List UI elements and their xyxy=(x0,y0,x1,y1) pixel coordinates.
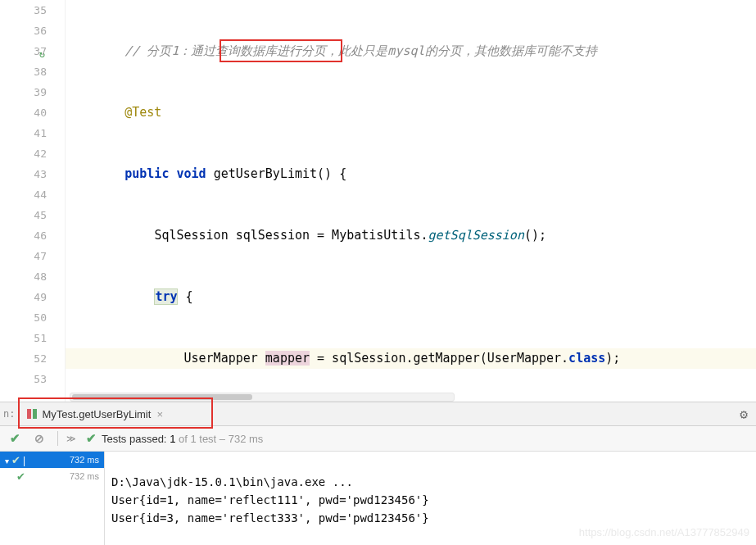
tests-label: Tests passed: xyxy=(102,433,167,445)
line-number: 36 xyxy=(34,25,47,37)
test-tree-root[interactable]: ▾✔| 732 ms xyxy=(0,452,104,468)
run-config-label: MyTest.getUserByLimit xyxy=(42,408,151,420)
line-number: 53 xyxy=(34,373,47,385)
chevron-down-icon: ▾ xyxy=(5,456,9,466)
line-number: 49 xyxy=(34,291,47,303)
tests-of: of 1 test xyxy=(179,433,216,445)
check-button[interactable]: ✔ xyxy=(5,429,25,448)
line-number: 39 xyxy=(34,86,47,98)
code-text: ); xyxy=(605,351,620,366)
check-icon: ✔ xyxy=(16,470,25,483)
tests-passed-label: Tests passed: 1 of 1 test – 732 ms xyxy=(102,433,263,445)
stop-icon: ⊘ xyxy=(34,432,44,445)
line-number: 35 xyxy=(34,4,47,16)
code-text: getUserByLimit xyxy=(214,166,317,181)
code-text: // 分页1：通过查询数据库进行分页，此处只是mysql的分页，其他数据库可能不… xyxy=(124,43,596,58)
gear-icon[interactable]: ⚙ xyxy=(740,406,748,422)
svg-rect-0 xyxy=(27,409,31,419)
code-text: public xyxy=(124,166,169,181)
code-text: (); xyxy=(524,228,546,243)
line-number: 50 xyxy=(34,311,47,324)
line-number: 43 xyxy=(34,168,47,180)
line-number: 47 xyxy=(34,250,47,262)
scrollbar-thumb[interactable] xyxy=(72,394,252,400)
stop-button[interactable]: ⊘ xyxy=(29,429,49,448)
code-content[interactable]: // 分页1：通过查询数据库进行分页，此处只是mysql的分页，其他数据库可能不… xyxy=(66,0,756,402)
line-number: 52 xyxy=(34,352,47,365)
code-text: = sqlSession.getMapper(UserMapper. xyxy=(310,351,568,366)
console-line: D:\Java\jdk-15.0.1\bin\java.exe ... xyxy=(111,475,353,488)
horizontal-scrollbar[interactable] xyxy=(70,393,455,402)
test-time: 732 ms xyxy=(70,471,99,481)
check-icon: ✔ xyxy=(10,431,20,446)
tests-time: – 732 ms xyxy=(220,433,263,445)
code-text: try xyxy=(154,288,178,305)
test-time: 732 ms xyxy=(70,455,99,465)
code-text: () { xyxy=(317,166,346,181)
code-editor[interactable]: 35 36 37 ↻ 38 39 40 41 42 43 44 45 46 47… xyxy=(0,0,756,402)
tests-count: 1 xyxy=(170,433,175,445)
expand-chevrons-icon[interactable]: ≫ xyxy=(66,434,76,444)
code-text: mapper xyxy=(265,351,310,366)
line-number: 45 xyxy=(34,209,47,221)
console-line: User{id=1, name='reflect111', pwd='pwd12… xyxy=(111,493,429,506)
divider xyxy=(57,431,58,446)
svg-rect-1 xyxy=(33,409,37,419)
console-output[interactable]: D:\Java\jdk-15.0.1\bin\java.exe ... User… xyxy=(105,452,756,545)
console-line: User{id=3, name='reflect333', pwd='pwd12… xyxy=(111,511,429,525)
code-text: getSqlSession xyxy=(428,228,524,243)
line-number: 38 xyxy=(34,66,47,78)
code-text: SqlSession sqlSession = MybatisUtils. xyxy=(154,228,428,243)
junit-icon xyxy=(26,408,38,420)
line-gutter: 35 36 37 ↻ 38 39 40 41 42 43 44 45 46 47… xyxy=(0,0,66,402)
code-text: { xyxy=(178,289,192,304)
run-tool-window: ▾✔| 732 ms ✔ 732 ms D:\Java\jdk-15.0.1\b… xyxy=(0,452,756,545)
check-icon: ✔ xyxy=(11,454,20,466)
test-tree[interactable]: ▾✔| 732 ms ✔ 732 ms xyxy=(0,452,105,545)
line-number: 42 xyxy=(34,148,47,160)
run-tab-bar: n: MyTest.getUserByLimit × ⚙ xyxy=(0,402,756,426)
tab-prefix: n: xyxy=(0,408,20,420)
run-config-tab[interactable]: MyTest.getUserByLimit × xyxy=(20,402,170,425)
watermark: https://blog.csdn.net/A13777852949 xyxy=(579,524,749,542)
code-text: UserMapper xyxy=(184,351,265,366)
separator: | xyxy=(23,455,25,466)
close-tab-icon[interactable]: × xyxy=(156,408,163,420)
line-number: 40 xyxy=(34,107,47,119)
code-text: void xyxy=(176,166,206,181)
check-icon: ✔ xyxy=(86,431,97,446)
code-text: class xyxy=(568,351,605,366)
line-number: 41 xyxy=(34,127,47,139)
line-number: 44 xyxy=(34,188,47,201)
code-text: @Test xyxy=(124,105,161,120)
test-toolbar: ✔ ⊘ ≫ ✔ Tests passed: 1 of 1 test – 732 … xyxy=(0,426,756,452)
line-number: 51 xyxy=(34,332,47,344)
test-tree-item[interactable]: ✔ 732 ms xyxy=(0,468,104,484)
line-number: 48 xyxy=(34,270,47,283)
line-number: 46 xyxy=(34,229,47,242)
